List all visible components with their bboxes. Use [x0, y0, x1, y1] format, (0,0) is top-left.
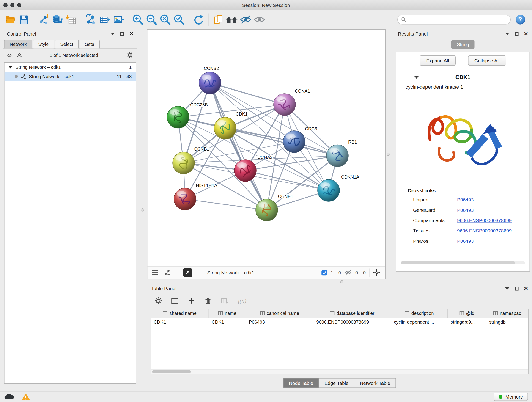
search-box[interactable]	[397, 15, 511, 25]
network-node-CDC6[interactable]	[283, 131, 305, 153]
network-node-CDKN1A[interactable]	[317, 179, 340, 201]
column-header[interactable]: shared name	[151, 309, 209, 318]
network-edge-CCNB2-CCNA1[interactable]	[210, 83, 285, 105]
cloud-button[interactable]	[4, 393, 14, 400]
float-panel-icon[interactable]	[515, 32, 519, 36]
uniprot-link[interactable]: P06493	[457, 197, 474, 203]
import-network-file-button[interactable]	[37, 12, 51, 27]
horizontal-scrollbar[interactable]	[401, 261, 525, 264]
share-view-icon[interactable]	[164, 269, 171, 276]
zoom-window-button[interactable]	[17, 3, 21, 7]
network-node-RB1[interactable]	[326, 145, 348, 167]
minimize-window-button[interactable]	[10, 3, 14, 7]
compartments-link[interactable]: 9606.ENSP00000378699	[457, 218, 512, 223]
home-button[interactable]	[225, 12, 239, 27]
column-header[interactable]: description	[391, 309, 448, 318]
genecard-link[interactable]: P06493	[457, 207, 474, 213]
hidden-eye-slash-icon[interactable]	[344, 269, 352, 276]
expand-all-icon[interactable]	[17, 52, 22, 58]
network-options-button[interactable]	[126, 51, 133, 59]
network-node-CCNA2[interactable]	[234, 160, 256, 182]
show-columns-icon[interactable]	[171, 297, 179, 305]
save-session-button[interactable]	[17, 12, 31, 27]
tab-style[interactable]: Style	[33, 40, 54, 49]
close-panel-icon[interactable]: ×	[129, 32, 133, 36]
cell-database-identifier[interactable]: 9606.ENSP00000378699	[314, 318, 391, 327]
close-window-button[interactable]	[3, 3, 7, 7]
search-input[interactable]	[409, 17, 507, 22]
refresh-button[interactable]	[192, 12, 206, 27]
memory-button[interactable]: Memory	[494, 393, 528, 401]
column-header[interactable]: database identifier	[314, 309, 391, 318]
cell-namespace[interactable]: stringdb	[486, 318, 528, 327]
cell-name[interactable]: CDK1	[209, 318, 246, 327]
float-panel-icon[interactable]	[515, 287, 519, 290]
table-horizontal-scrollbar[interactable]	[151, 369, 528, 374]
scrollbar-thumb[interactable]	[152, 370, 191, 374]
column-header[interactable]: canonical name	[246, 309, 314, 318]
collapse-section-icon[interactable]	[414, 76, 418, 79]
export-table-button[interactable]	[98, 12, 111, 27]
network-canvas[interactable]: CCNB2CCNA1CDC25BCDK1CDC6RB1CCNB1CCNA2CDK…	[147, 30, 385, 266]
network-node-CCNB1[interactable]	[172, 152, 195, 174]
table-options-gear-icon[interactable]	[155, 297, 162, 305]
close-panel-icon[interactable]: ×	[524, 32, 528, 36]
network-node-CDC25B[interactable]	[167, 106, 189, 128]
export-image-button[interactable]	[111, 12, 125, 27]
selected-checkbox-icon[interactable]	[321, 270, 327, 276]
tab-network[interactable]: Network	[4, 40, 32, 49]
birdseye-grid-icon[interactable]	[152, 270, 158, 276]
tab-select[interactable]: Select	[55, 40, 79, 49]
network-row[interactable]: String Network – cdk1 11 48	[5, 72, 136, 81]
import-table-button[interactable]	[64, 12, 78, 27]
cell-canonical-name[interactable]: P06493	[246, 318, 314, 327]
float-panel-icon[interactable]	[120, 32, 124, 36]
crosshair-icon[interactable]	[373, 269, 380, 276]
network-node-HIST1H1A[interactable]	[174, 188, 196, 210]
zoom-selected-button[interactable]	[172, 12, 186, 27]
tab-sets[interactable]: Sets	[80, 40, 100, 49]
open-session-button[interactable]	[3, 12, 17, 27]
tree-expander-icon[interactable]	[9, 66, 12, 68]
zoom-out-button[interactable]	[145, 12, 158, 27]
cell-shared-name[interactable]: CDK1	[151, 318, 209, 327]
column-header[interactable]: name	[209, 309, 246, 318]
column-header[interactable]: @id	[448, 309, 486, 318]
collapse-all-icon[interactable]	[7, 52, 12, 58]
column-header[interactable]: namespac	[486, 309, 528, 318]
zoom-in-button[interactable]	[131, 12, 145, 27]
delete-column-trash-icon[interactable]	[204, 297, 212, 305]
horizontal-splitter-handle[interactable]	[340, 280, 343, 283]
copy-document-button[interactable]	[211, 12, 225, 27]
tab-string[interactable]: String	[451, 40, 475, 49]
tab-node-table[interactable]: Node Table	[283, 378, 319, 388]
open-in-new-window-button[interactable]	[183, 268, 192, 277]
zoom-fit-button[interactable]	[158, 12, 172, 27]
tab-edge-table[interactable]: Edge Table	[319, 378, 354, 388]
network-edge-CCNA2-CDKN1A[interactable]	[245, 171, 329, 191]
network-collection-row[interactable]: String Network – cdk1 1	[5, 63, 136, 72]
network-node-CCNE1[interactable]	[256, 199, 278, 221]
vertical-splitter-handle[interactable]	[387, 153, 390, 156]
table-row[interactable]: CDK1 CDK1 P06493 9606.ENSP00000378699 cy…	[151, 318, 528, 327]
close-panel-icon[interactable]: ×	[524, 286, 528, 291]
panel-menu-icon[interactable]	[505, 287, 509, 290]
help-button[interactable]: ?	[515, 15, 525, 25]
hide-items-button[interactable]	[239, 12, 253, 27]
add-column-icon[interactable]	[188, 297, 195, 305]
warning-button[interactable]	[21, 393, 30, 401]
network-node-CDK1[interactable]	[214, 117, 236, 139]
network-edge-HIST1H1A-CCNE1[interactable]	[185, 199, 267, 210]
collapse-all-button[interactable]: Collapse All	[468, 56, 506, 66]
cell-id[interactable]: stringdb:9...	[448, 318, 486, 327]
tissues-link[interactable]: 9606.ENSP00000378699	[457, 228, 512, 234]
new-network-button[interactable]	[84, 12, 98, 27]
title-bar[interactable]: Session: New Session	[0, 0, 532, 10]
pharos-link[interactable]: P06493	[457, 238, 474, 244]
cell-description[interactable]: cyclin-dependent ...	[391, 318, 448, 327]
scrollbar-thumb[interactable]	[401, 261, 515, 264]
network-node-CCNA1[interactable]	[273, 94, 296, 115]
show-items-button[interactable]	[253, 12, 266, 27]
panel-menu-icon[interactable]	[505, 32, 509, 35]
expand-all-button[interactable]: Expand All	[420, 56, 456, 66]
